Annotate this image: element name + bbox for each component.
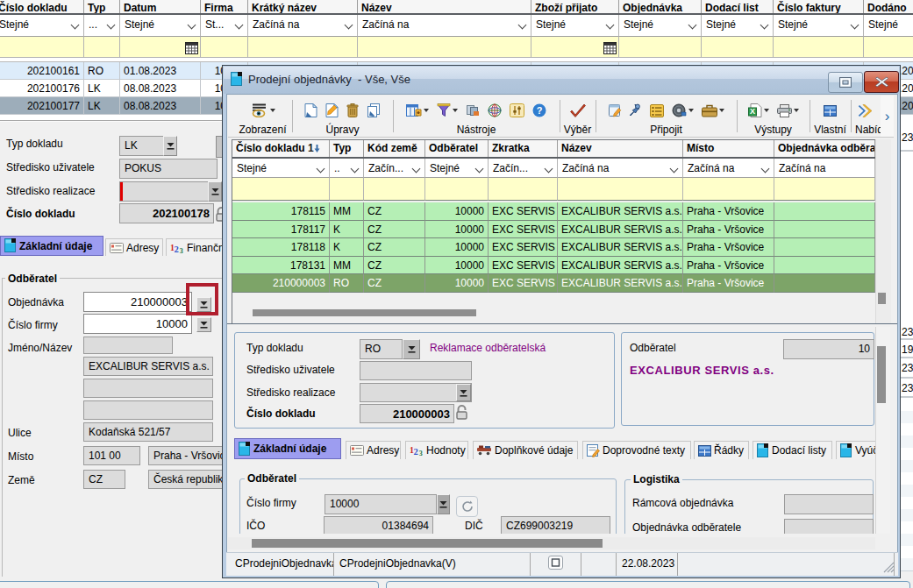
search-input-cell[interactable] [120,37,201,58]
typ-dokladu-spin-icon[interactable] [163,136,177,156]
table-cell[interactable]: CZ [364,238,425,257]
column-header[interactable]: Místo [683,140,774,157]
dlg-typ-dokladu-field[interactable]: RO [360,339,403,359]
detail-hscrollbar-thumb[interactable] [252,539,603,548]
zeme-code-field[interactable]: CZ [83,470,125,489]
search-input-cell[interactable] [232,178,330,201]
toolbar-send-icon[interactable] [466,104,480,117]
dlg-ico-field[interactable]: 01384694 [324,516,433,534]
filter-cell[interactable]: Stejné [425,159,489,178]
table-cell[interactable]: RO [330,274,364,293]
filter-cell[interactable]: Začín... [364,159,425,178]
column-header[interactable]: Číslo faktury [774,0,864,13]
table-cell[interactable]: CZ [364,274,425,293]
dlg-obj-odberatele-field[interactable] [784,519,874,534]
name-line2-field[interactable]: EXCALIBUR SERVIS a.s. [83,357,213,376]
misto-psc-field[interactable]: 101 00 [83,446,140,465]
search-input-cell[interactable] [531,37,619,58]
tab-doprovodn-texty[interactable]: Doprovodné texty [582,441,691,459]
dlg-stredisko-realizace-spin-icon[interactable] [456,384,471,401]
close-button[interactable] [864,71,899,93]
toolbar-trash-icon[interactable] [346,103,359,117]
toolbar-sliders-icon[interactable] [510,103,524,117]
tab-dodac-listy[interactable]: Dodací listy [753,441,832,459]
table-cell[interactable]: LK [84,97,120,115]
objednavka-field[interactable]: 210000003 [83,292,192,312]
column-header[interactable]: Krátký název [248,0,358,13]
table-cell[interactable]: Praha - Vršovice [683,238,774,257]
search-input-cell[interactable] [864,37,913,58]
dlg-cislo-firmy-spin-icon[interactable] [437,494,450,514]
detail-vscrollbar-thumb[interactable] [877,346,886,403]
grid-vscrollbar-thumb[interactable] [878,293,886,304]
dlg-odberatel-field[interactable]: 10 [783,339,874,359]
toolbar-docnew-icon[interactable] [304,103,317,117]
filter-cell[interactable]: .. [330,159,364,178]
stredisko-uzivatele-field[interactable]: POKUS [119,159,218,179]
table-cell[interactable]: 10000 [425,202,489,221]
table-cell[interactable]: 08.08.2023 [120,80,201,97]
filter-cell[interactable]: Začíná na [683,159,774,178]
name-line4-field[interactable] [83,400,213,420]
table-cell[interactable] [774,202,875,221]
column-header[interactable]: Objednávka [619,0,702,13]
tab-finan-n-[interactable]: 123Finanční [166,238,225,256]
table-cell[interactable]: 10000 [425,257,489,275]
filter-cell[interactable]: ... [84,15,120,37]
table-cell[interactable]: 202100177 [0,97,84,115]
tab-z-kladn-daje[interactable]: Základní údaje [0,236,103,256]
column-header[interactable]: Název [358,0,531,13]
table-cell[interactable]: EXCALIBUR SERVIS a.s. [558,221,683,239]
column-header[interactable]: Typ [330,140,364,157]
toolbar-views-icon[interactable] [251,103,275,117]
table-cell[interactable]: 178118 [232,238,330,257]
table-cell[interactable]: MM [330,202,364,221]
toolbar-tableblue-icon[interactable] [824,105,837,117]
resize-grip-icon[interactable] [882,560,895,573]
column-header[interactable]: Dodáno [864,0,913,13]
toolbar-funnel-icon[interactable] [437,103,458,117]
tab-z-kladn-daje[interactable]: Základní údaje [234,438,341,459]
filter-cell[interactable]: St... [201,15,248,37]
table-cell[interactable]: EXC SERVIS [489,274,558,293]
jmeno-nazev-field[interactable] [83,337,173,354]
toolbar-briefcase-icon[interactable] [702,104,724,117]
status-window-button[interactable] [548,556,563,570]
table-cell[interactable]: CZ [364,202,425,221]
table-cell[interactable]: K [330,221,364,239]
column-header[interactable]: Firma [201,0,248,13]
table-cell[interactable]: RO [84,62,120,80]
search-input-cell[interactable] [774,37,864,58]
table-cell[interactable]: EXCALIBUR SERVIS a.s. [558,238,683,257]
search-input-cell[interactable] [358,37,531,58]
table-cell[interactable]: CZ [364,257,425,275]
toolbar-disc-icon[interactable] [672,103,694,117]
tab-vy-tov-n-[interactable]: Vyúčtování [836,441,875,459]
search-input-cell[interactable] [364,178,425,201]
table-cell[interactable]: EXCALIBUR SERVIS a.s. [558,257,683,275]
search-input-cell[interactable] [248,37,358,58]
typ-dokladu-field[interactable]: LK [119,136,164,156]
dlg-typ-dokladu-spin-icon[interactable] [403,339,420,359]
toolbar-pin-icon[interactable] [630,103,642,117]
stredisko-realizace-spin-icon[interactable] [208,181,222,202]
table-cell[interactable]: K [330,238,364,257]
toolbar-checkred-icon[interactable] [570,103,586,117]
search-input-cell[interactable] [489,178,558,201]
dlg-cislo-firmy-field[interactable]: 10000 [325,494,437,514]
filter-cell[interactable]: Začíná na [358,15,531,37]
dlg-stredisko-realizace-field[interactable] [360,383,472,402]
dialog-titlebar[interactable]: Prodejní objednávky - Vše, Vše [224,67,899,94]
grid-detail-splitter[interactable] [227,323,897,324]
table-cell[interactable]: 210000003 [232,274,330,293]
table-cell[interactable]: EXC SERVIS [489,202,558,221]
filter-cell[interactable]: Začíná na [558,159,683,178]
table-cell[interactable]: 10000 [425,221,489,239]
column-header[interactable]: Název [558,140,683,157]
ulice-field[interactable]: Kodaňská 521/57 [83,422,213,442]
dlg-ramcova-field[interactable] [784,494,874,514]
table-cell[interactable]: Praha - Vršovice [683,202,774,221]
table-cell[interactable] [774,257,875,275]
search-input-cell[interactable] [774,178,875,201]
column-header[interactable]: Odběratel [425,140,489,157]
